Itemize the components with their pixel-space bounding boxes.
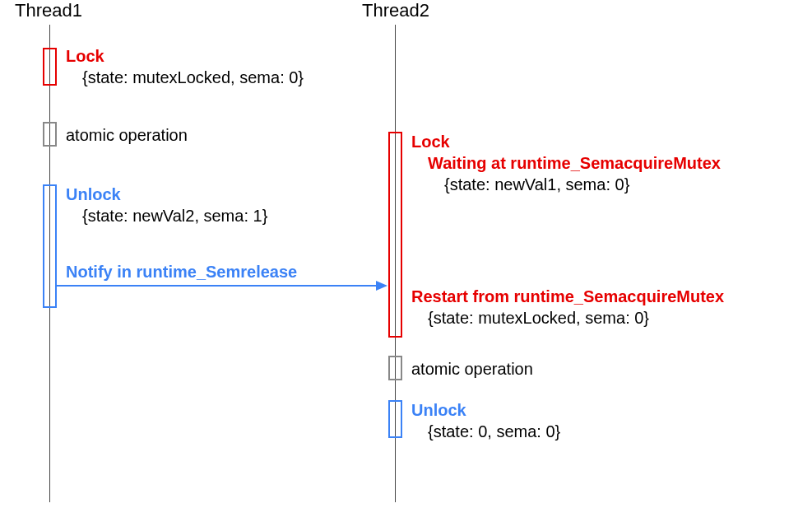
thread1-lock-box bbox=[43, 48, 57, 86]
notify-arrow bbox=[57, 285, 376, 287]
sequence-diagram: Thread1 Thread2 Lock {state: mutexLocked… bbox=[0, 0, 812, 508]
thread1-title: Thread1 bbox=[15, 0, 82, 21]
thread2-waiting-label: Waiting at runtime_SemacquireMutex bbox=[428, 153, 721, 173]
thread1-lock-state: {state: mutexLocked, sema: 0} bbox=[82, 68, 304, 87]
thread2-unlock-box bbox=[388, 400, 402, 438]
thread1-atomic-label: atomic operation bbox=[66, 125, 188, 145]
thread2-lock-box bbox=[388, 132, 402, 338]
thread2-waiting-state: {state: newVal1, sema: 0} bbox=[444, 175, 629, 194]
thread1-unlock-state: {state: newVal2, sema: 1} bbox=[82, 206, 267, 226]
thread2-restart-state: {state: mutexLocked, sema: 0} bbox=[428, 308, 649, 328]
thread2-title: Thread2 bbox=[362, 0, 429, 21]
thread1-notify-label: Notify in runtime_Semrelease bbox=[66, 262, 297, 282]
thread2-atomic-label: atomic operation bbox=[411, 359, 533, 379]
thread2-lock-label: Lock bbox=[411, 132, 450, 151]
notify-arrow-head bbox=[376, 281, 387, 291]
thread2-unlock-state: {state: 0, sema: 0} bbox=[428, 422, 560, 441]
thread2-atomic-box bbox=[388, 356, 402, 380]
thread1-lock-label: Lock bbox=[66, 46, 104, 66]
thread2-unlock-label: Unlock bbox=[411, 400, 466, 420]
thread1-unlock-box bbox=[43, 184, 57, 308]
thread1-atomic-box bbox=[43, 122, 57, 147]
thread2-restart-label: Restart from runtime_SemacquireMutex bbox=[411, 287, 724, 306]
thread1-unlock-label: Unlock bbox=[66, 184, 121, 204]
